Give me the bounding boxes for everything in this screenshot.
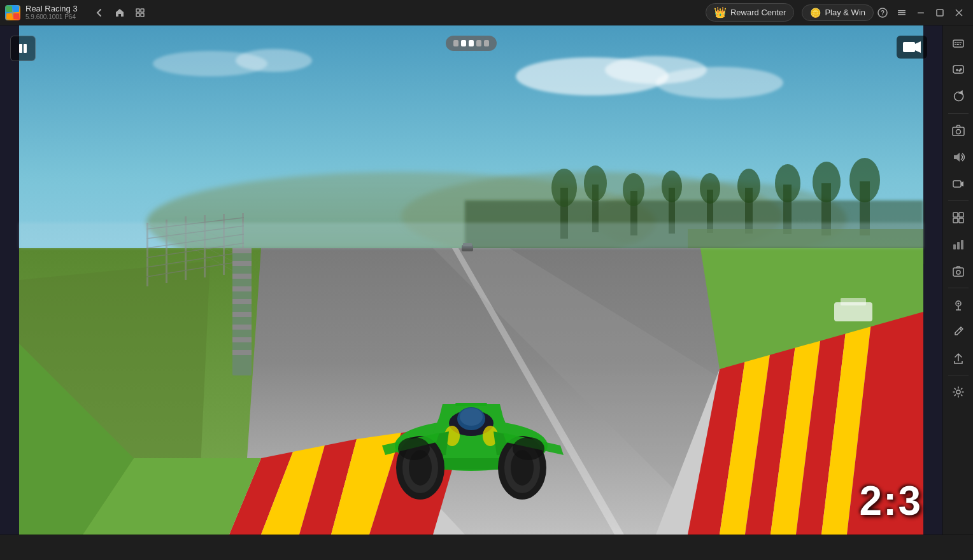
bottom-bar [0,535,973,560]
svg-rect-122 [19,223,923,248]
divider-4 [948,375,969,375]
svg-rect-2 [6,13,12,19]
svg-point-30 [584,165,607,201]
rotate-btn[interactable] [946,84,971,109]
svg-point-157 [956,390,960,394]
svg-rect-10 [898,10,906,11]
svg-point-40 [775,164,800,202]
svg-rect-12 [898,14,906,15]
svg-marker-128 [915,41,921,53]
gps-bar-4 [476,40,481,46]
menu-btn[interactable] [893,4,911,22]
divider-2 [948,200,969,201]
gps-btn[interactable] [946,292,971,318]
svg-marker-139 [959,91,962,94]
help-btn[interactable]: ? [874,4,891,22]
svg-line-156 [960,328,962,330]
svg-rect-70 [232,286,252,291]
svg-point-22 [236,49,312,72]
camera-record-btn[interactable] [897,36,927,59]
svg-point-137 [960,69,962,70]
gps-indicator [446,36,497,51]
svg-rect-145 [953,213,958,217]
app-icon [5,5,20,20]
nav-back-btn[interactable] [90,4,108,22]
gps-bar-5 [484,40,489,46]
edit-btn[interactable] [946,319,971,344]
app-name: Real Racing 3 [25,4,78,14]
svg-point-32 [623,173,644,206]
title-bar-left: Real Racing 3 5.9.600.1001 P64 [5,4,706,22]
grid-btn[interactable] [946,205,971,230]
race-timer: 2:3 [860,477,923,524]
title-bar-right: ? [874,4,968,22]
svg-rect-5 [141,9,144,12]
svg-rect-3 [13,13,19,19]
screenshot-btn[interactable] [946,118,971,143]
title-bar: Real Racing 3 5.9.600.1001 P64 [0,0,973,25]
svg-rect-74 [232,337,252,342]
play-win-btn[interactable]: 🪙 Play & Win [802,4,874,21]
gamepad-btn[interactable] [946,57,971,83]
svg-point-141 [956,130,960,134]
coin-icon: 🪙 [810,8,821,18]
svg-point-103 [460,408,483,426]
crown-icon: 👑 [714,6,727,18]
svg-marker-142 [954,153,960,162]
svg-rect-147 [953,218,958,223]
divider-1 [948,113,969,114]
svg-rect-146 [959,213,963,217]
svg-rect-4 [136,9,139,12]
svg-point-34 [662,171,682,202]
svg-rect-124 [841,298,866,305]
svg-point-153 [956,270,960,274]
svg-rect-75 [232,350,252,355]
share-btn[interactable] [946,346,971,371]
svg-rect-1 [13,6,19,12]
app-version: 5.9.600.1001 P64 [25,13,78,21]
svg-point-20 [656,67,783,99]
svg-rect-0 [6,6,12,12]
minimize-btn[interactable] [912,4,930,22]
gps-bar-3 [469,40,474,46]
game-scene [0,25,942,535]
play-win-label: Play & Win [825,8,865,17]
nav-home-btn[interactable] [111,4,129,22]
svg-point-121 [513,437,544,460]
svg-rect-11 [898,12,906,13]
svg-point-155 [957,303,959,305]
right-sidebar [942,25,973,535]
volume-btn[interactable] [946,144,971,170]
svg-rect-143 [953,181,961,187]
stats-btn[interactable] [946,232,971,257]
svg-rect-126 [24,44,27,53]
nav-window-btn[interactable] [131,4,149,22]
svg-rect-14 [937,10,943,16]
svg-point-38 [737,169,760,203]
svg-point-44 [849,158,880,202]
svg-rect-104 [455,403,487,406]
gps-bar-2 [461,40,466,46]
pause-btn[interactable] [10,36,36,61]
svg-rect-149 [953,244,956,249]
maximize-btn[interactable] [931,4,949,22]
svg-rect-6 [136,13,139,17]
main-content: 2:3 [0,25,973,535]
divider-3 [948,288,969,288]
keyboard-btn[interactable] [946,31,971,56]
svg-rect-150 [957,242,960,249]
settings-btn[interactable] [946,379,971,405]
svg-rect-152 [953,268,963,276]
title-bar-center: 👑 Reward Center 🪙 Play & Win [706,3,874,22]
svg-rect-7 [141,13,144,17]
camera-view-btn[interactable] [946,171,971,197]
photo-btn[interactable] [946,258,971,284]
svg-rect-73 [232,325,252,330]
svg-rect-125 [19,44,22,53]
svg-rect-67 [232,248,252,253]
close-btn[interactable] [950,4,968,22]
title-bar-nav [90,4,149,22]
reward-center-btn[interactable]: 👑 Reward Center [706,3,794,22]
game-viewport[interactable]: 2:3 [0,25,942,535]
svg-text:?: ? [881,10,884,17]
